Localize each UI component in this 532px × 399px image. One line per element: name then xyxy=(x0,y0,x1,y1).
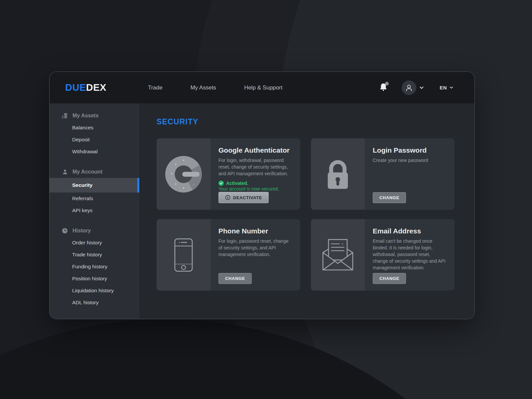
card-description: Create your new password xyxy=(373,157,447,164)
language-label: EN xyxy=(440,85,447,90)
chevron-down-icon xyxy=(450,86,453,89)
window-body: My Assets Balances Deposit Withdrawal My… xyxy=(50,103,474,319)
top-navbar: DUEDEX Trade My Assets Help & Support xyxy=(50,72,474,103)
sidebar-section-my-account: My Account Security Referrals API keys xyxy=(50,166,139,216)
change-password-button[interactable]: CHANGE xyxy=(373,192,406,203)
lock-icon xyxy=(320,154,356,194)
status-title: Activated. xyxy=(226,181,248,186)
change-phone-button[interactable]: CHANGE xyxy=(218,273,252,284)
notification-badge xyxy=(385,82,389,85)
card-content: Email Address Email can't be changed onc… xyxy=(365,219,455,291)
card-content: Google Authenticator For login, withdraw… xyxy=(210,138,300,210)
sidebar-item-adl-history[interactable]: ADL history xyxy=(50,297,139,309)
change-button-label: CHANGE xyxy=(225,276,245,281)
account-menu-button[interactable] xyxy=(402,80,424,95)
brand-logo-primary: DUE xyxy=(65,82,86,93)
sidebar-section-history: History Order history Trade history Fund… xyxy=(50,225,139,309)
bell-icon xyxy=(379,87,388,93)
phone-icon xyxy=(165,235,202,275)
deactivate-button[interactable]: DEACTIVATE xyxy=(218,192,269,203)
sidebar-header-history: History xyxy=(50,225,139,237)
card-description: For login, password reset, change of sec… xyxy=(218,238,292,258)
app-window: DUEDEX Trade My Assets Help & Support xyxy=(49,71,475,319)
status-row: Activated. xyxy=(218,181,292,186)
brand-logo-secondary: DEX xyxy=(86,82,106,93)
card-description: For login, withdrawal, password reset, c… xyxy=(218,157,292,177)
card-icon-pane xyxy=(311,219,365,291)
page-title: SECURITY xyxy=(157,117,474,126)
sidebar-header-my-account: My Account xyxy=(50,166,139,178)
change-email-button[interactable]: CHANGE xyxy=(373,273,406,284)
clock-icon xyxy=(62,228,68,234)
change-button-label: CHANGE xyxy=(379,276,399,281)
brand-logo[interactable]: DUEDEX xyxy=(65,82,106,93)
card-title: Google Authenticator xyxy=(218,146,292,154)
card-title: Email Address xyxy=(373,227,447,235)
sidebar-section-title: History xyxy=(72,228,91,234)
chevron-down-icon xyxy=(420,86,424,89)
google-authenticator-icon xyxy=(164,155,203,194)
change-button-label: CHANGE xyxy=(379,195,399,200)
card-description: Email can't be changed once binded. It i… xyxy=(373,238,447,271)
deactivate-button-label: DEACTIVATE xyxy=(233,195,262,200)
sidebar-header-my-assets: My Assets xyxy=(50,110,139,122)
sidebar-item-deposit[interactable]: Deposit xyxy=(50,134,139,146)
sidebar-item-position-history[interactable]: Position history xyxy=(50,273,139,285)
card-icon-pane xyxy=(157,219,210,291)
main-content: SECURITY xyxy=(139,103,474,319)
card-login-password: Login Password Create your new password … xyxy=(311,138,455,210)
sidebar-item-balances[interactable]: Balances xyxy=(50,122,139,134)
card-phone-number: Phone Number For login, password reset, … xyxy=(157,219,300,291)
card-google-authenticator: Google Authenticator For login, withdraw… xyxy=(157,138,300,210)
sidebar-item-withdrawal[interactable]: Withdrawal xyxy=(50,146,139,158)
language-selector[interactable]: EN xyxy=(440,85,453,90)
sidebar-item-referrals[interactable]: Referrals xyxy=(50,193,139,204)
sidebar: My Assets Balances Deposit Withdrawal My… xyxy=(50,103,139,319)
security-cards: Google Authenticator For login, withdraw… xyxy=(157,138,474,291)
sidebar-item-order-history[interactable]: Order history xyxy=(50,237,139,249)
person-icon xyxy=(62,169,68,175)
check-circle-icon xyxy=(218,181,224,186)
nav-item-my-assets[interactable]: My Assets xyxy=(191,84,216,91)
notifications-button[interactable] xyxy=(379,82,388,93)
sidebar-item-security[interactable]: Security xyxy=(50,178,139,193)
info-icon xyxy=(225,195,230,200)
sidebar-item-liquidation-history[interactable]: Liquidation history xyxy=(50,285,139,297)
card-icon-pane xyxy=(157,138,210,210)
avatar xyxy=(402,80,416,95)
sidebar-section-title: My Account xyxy=(72,169,102,175)
sidebar-item-funding-history[interactable]: Funding history xyxy=(50,261,139,273)
card-content: Login Password Create your new password … xyxy=(365,138,455,210)
sidebar-section-my-assets: My Assets Balances Deposit Withdrawal xyxy=(50,110,139,158)
envelope-icon xyxy=(319,237,356,273)
card-email-address: Email Address Email can't be changed onc… xyxy=(311,219,455,291)
card-content: Phone Number For login, password reset, … xyxy=(210,219,300,291)
card-title: Login Password xyxy=(373,146,447,154)
nav-item-help-support[interactable]: Help & Support xyxy=(244,84,282,91)
card-icon-pane xyxy=(311,138,365,210)
coins-icon xyxy=(62,112,68,119)
sidebar-section-title: My Assets xyxy=(72,113,99,119)
user-icon xyxy=(405,83,413,92)
sidebar-item-api-keys[interactable]: API keys xyxy=(50,204,139,216)
header-right-cluster: EN xyxy=(379,80,453,95)
sidebar-item-trade-history[interactable]: Trade history xyxy=(50,249,139,261)
status-subtitle: Your account is now secured. xyxy=(218,186,292,192)
card-title: Phone Number xyxy=(218,227,292,235)
nav-item-trade[interactable]: Trade xyxy=(148,84,163,91)
main-nav: Trade My Assets Help & Support xyxy=(148,84,283,91)
